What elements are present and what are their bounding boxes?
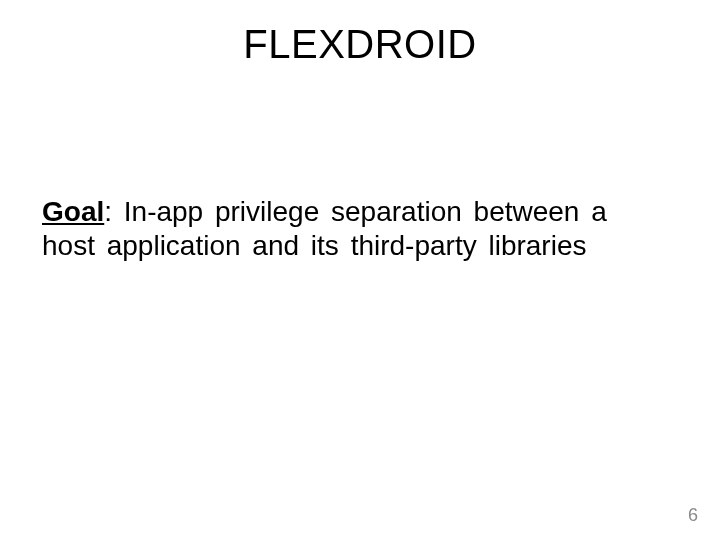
- slide-body: Goal: In-app privilege separation betwee…: [42, 195, 660, 262]
- goal-label: Goal: [42, 196, 104, 227]
- page-number: 6: [688, 505, 698, 526]
- slide: FLEXDROID Goal: In-app privilege separat…: [0, 0, 720, 540]
- slide-title: FLEXDROID: [0, 22, 720, 67]
- goal-text: In-app privilege separation between a ho…: [42, 196, 607, 261]
- goal-colon: :: [104, 196, 124, 227]
